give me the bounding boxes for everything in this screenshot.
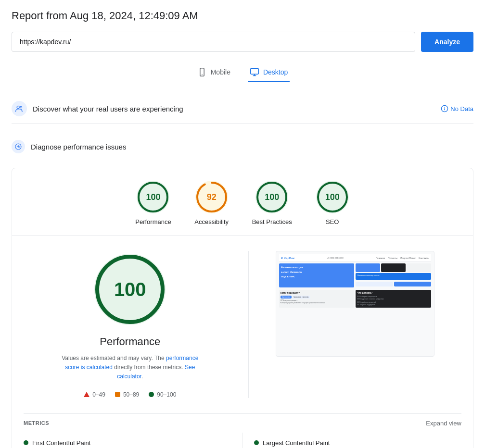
mobile-icon	[197, 67, 207, 77]
mock-body: Автоматизацияe-com бизнесапод ключ. Нажи…	[279, 262, 431, 289]
user-experience-banner: Discover what your real users are experi…	[12, 94, 473, 124]
big-score-circle: 100	[91, 251, 168, 328]
banner-left: Discover what your real users are experi…	[12, 101, 183, 116]
score-circle-seo: 100	[315, 180, 350, 214]
legend-average-icon	[115, 392, 120, 397]
mock-right-col: Нажимают кнопку заказа	[356, 263, 431, 287]
expand-view-link[interactable]: Expand view	[426, 420, 461, 427]
svg-point-5	[17, 106, 19, 108]
legend-average: 50–89	[115, 391, 139, 398]
tab-desktop[interactable]: Desktop	[248, 63, 290, 82]
score-item-accessibility[interactable]: 92 Accessibility	[194, 180, 229, 225]
score-value-best-practices: 100	[265, 192, 279, 202]
score-label-seo: SEO	[326, 218, 339, 225]
diagnose-section: Diagnose performance issues	[12, 133, 473, 160]
tab-mobile[interactable]: Mobile	[195, 63, 232, 82]
user-experience-text: Discover what your real users are experi…	[33, 105, 183, 113]
metrics-header: METRICS Expand view	[24, 413, 461, 433]
detail-title: Performance	[100, 336, 160, 348]
big-score-number: 100	[114, 279, 146, 300]
metrics-section: METRICS Expand view First Contentful Pai…	[12, 413, 473, 448]
no-data-link[interactable]: No Data	[441, 105, 473, 112]
score-value-performance: 100	[146, 192, 160, 202]
diagnose-text: Diagnose performance issues	[31, 143, 126, 151]
scores-row: 100 Performance 92 Accessibility	[12, 180, 473, 236]
mock-hero: Автоматизацияe-com бизнесапод ключ.	[279, 263, 355, 287]
detail-description: Values are estimated and may vary. The p…	[58, 354, 202, 382]
url-input[interactable]: https://kapdev.ru/	[12, 32, 415, 52]
metric-lcp-name: Largest Contentful Paint	[263, 439, 330, 447]
mock-header: K KapDev +7 (800) 333-63-80 ГлавнаяПроек…	[279, 254, 431, 262]
tab-desktop-label: Desktop	[263, 68, 288, 76]
legend-fail: 0–49	[84, 391, 105, 398]
detail-right: K KapDev +7 (800) 333-63-80 ГлавнаяПроек…	[249, 251, 462, 357]
legend-good: 90–100	[149, 391, 176, 398]
score-circle-performance: 100	[136, 180, 170, 214]
metric-lcp: Largest Contentful Paint 0.6 s	[242, 433, 461, 448]
metric-fcp: First Contentful Paint 0.3 s	[24, 433, 242, 448]
diagnose-row: Diagnose performance issues	[12, 140, 473, 153]
scores-card: 100 Performance 92 Accessibility	[12, 168, 473, 448]
screenshot-mockup: K KapDev +7 (800) 333-63-80 ГлавнаяПроек…	[276, 251, 434, 356]
metric-fcp-dot	[24, 440, 28, 445]
metric-fcp-name-row: First Contentful Paint	[24, 439, 230, 447]
metric-lcp-name-row: Largest Contentful Paint	[254, 439, 461, 447]
detail-left: 100 Performance Values are estimated and…	[24, 251, 248, 398]
svg-point-6	[20, 106, 22, 108]
mock-nav: ГлавнаяПроектыВопрос/ОтветКонтакты	[376, 257, 429, 260]
legend-good-label: 90–100	[157, 391, 176, 398]
legend-fail-label: 0–49	[92, 391, 105, 398]
score-item-best-practices[interactable]: 100 Best Practices	[252, 180, 292, 225]
score-value-accessibility: 92	[207, 192, 217, 202]
score-item-performance[interactable]: 100 Performance	[135, 180, 171, 225]
info-icon	[441, 105, 448, 112]
users-icon	[12, 101, 27, 116]
legend-row: 0–49 50–89 90–100	[84, 391, 176, 398]
diagnose-icon	[12, 140, 25, 153]
score-label-best-practices: Best Practices	[252, 218, 292, 225]
device-tabs: Mobile Desktop	[12, 63, 473, 82]
metrics-title: METRICS	[24, 420, 49, 426]
tab-mobile-label: Mobile	[211, 68, 230, 76]
score-circle-accessibility: 92	[194, 180, 229, 214]
mock-logo: K KapDev	[281, 257, 294, 260]
legend-good-icon	[149, 392, 154, 397]
svg-point-9	[445, 107, 445, 108]
score-value-seo: 100	[325, 192, 340, 202]
report-title: Report from Aug 18, 2024, 12:49:09 AM	[12, 10, 473, 22]
mock-bottom-left: Кому подходит? Единорогам Цифровым старт…	[279, 290, 355, 308]
analyze-button[interactable]: Analyze	[421, 32, 473, 52]
score-label-accessibility: Accessibility	[194, 218, 229, 225]
score-item-seo[interactable]: 100 SEO	[315, 180, 350, 225]
url-bar-row: https://kapdev.ru/ Analyze	[12, 32, 473, 52]
mock-bottom: Кому подходит? Единорогам Цифровым старт…	[279, 290, 431, 308]
score-circle-best-practices: 100	[255, 180, 289, 214]
detail-section: 100 Performance Values are estimated and…	[12, 236, 473, 413]
svg-rect-2	[251, 69, 259, 75]
legend-average-label: 50–89	[123, 391, 139, 398]
metric-lcp-dot	[254, 440, 259, 445]
score-label-performance: Performance	[135, 218, 171, 225]
legend-fail-icon	[84, 392, 89, 397]
no-data-label: No Data	[450, 105, 473, 112]
mock-bottom-right: Что делаем? 01 Разбирать ситуацию в03 Вн…	[356, 290, 431, 308]
desktop-icon	[250, 67, 259, 77]
screenshot-frame: K KapDev +7 (800) 333-63-80 ГлавнаяПроек…	[276, 251, 434, 357]
metrics-grid: First Contentful Paint 0.3 s Largest Con…	[24, 433, 461, 448]
metric-fcp-name: First Contentful Paint	[32, 439, 90, 447]
